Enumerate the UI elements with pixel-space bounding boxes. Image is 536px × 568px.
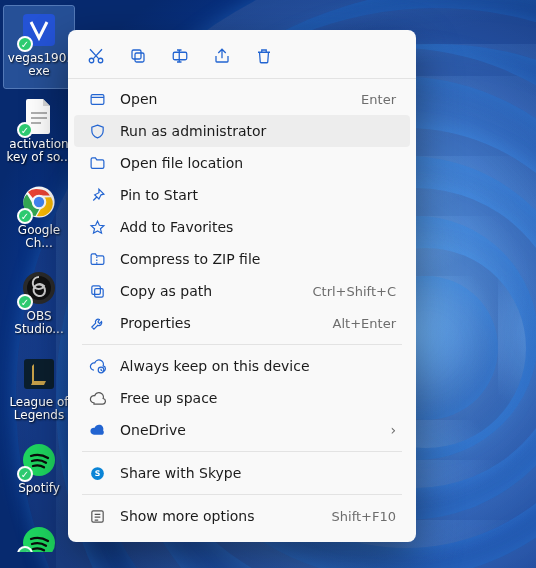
rename-icon[interactable] [170,46,190,66]
more-icon [88,507,106,525]
svg-point-12 [89,58,94,63]
menu-item-open-file-location[interactable]: Open file location [74,147,410,179]
desktop-icon-label: OBS Studio... [6,310,72,336]
desktop-icon[interactable]: ✓ Spotify [4,436,74,518]
folder-icon [88,154,106,172]
menu-item-onedrive[interactable]: OneDrive › [74,414,410,446]
menu-item-label: Run as administrator [120,123,396,139]
cloud-icon [88,421,106,439]
svg-point-5 [34,197,44,207]
menu-item-accel: Enter [361,92,396,107]
menu-item-label: Open [120,91,347,107]
desktop-icon[interactable]: ✓ Google Ch... [4,178,74,260]
open-icon [88,90,106,108]
copy-path-icon [88,282,106,300]
menu-item-free-up-space[interactable]: Free up space [74,382,410,414]
svg-point-13 [98,58,103,63]
context-menu-toolbar [68,36,416,79]
svg-rect-1 [31,112,47,114]
lol-icon [19,354,59,394]
desktop-icon-label: vegas190.exe [6,52,72,78]
svg-rect-3 [31,122,41,124]
chrome-icon: ✓ [19,182,59,222]
menu-item-label: Always keep on this device [120,358,396,374]
chevron-right-icon: › [390,422,396,438]
desktop-icon[interactable]: ✓ activation key of so... [4,92,74,174]
menu-item-properties[interactable]: Properties Alt+Enter [74,307,410,339]
desktop-icon-label: League of Legends [6,396,72,422]
cloud-free-icon [88,389,106,407]
menu-item-label: Show more options [120,508,318,524]
sync-badge-icon: ✓ [17,208,33,224]
menu-item-label: Pin to Start [120,187,396,203]
desktop-icon[interactable]: ✓ vegas190.exe [4,6,74,88]
menu-item-label: Open file location [120,155,396,171]
sync-badge-icon: ✓ [17,466,33,482]
svg-rect-14 [135,53,144,62]
svg-rect-15 [132,50,141,59]
svg-rect-17 [91,94,104,104]
menu-item-add-favorites[interactable]: Add to Favorites [74,211,410,243]
desktop-icon-label: activation key of so... [6,138,72,164]
cut-icon[interactable] [86,46,106,66]
menu-item-label: Copy as path [120,283,298,299]
menu-item-label: Free up space [120,390,396,406]
obs-icon: ✓ [19,268,59,308]
svg-rect-19 [94,288,103,297]
menu-item-accel: Ctrl+Shift+C [312,284,396,299]
sync-badge-icon: ✓ [17,36,33,52]
desktop-icon-label: Spotify [18,482,60,495]
copy-icon[interactable] [128,46,148,66]
menu-item-compress-zip[interactable]: Compress to ZIP file [74,243,410,275]
menu-item-open[interactable]: Open Enter [74,83,410,115]
svg-text:S: S [94,469,100,478]
share-icon[interactable] [212,46,232,66]
menu-separator [82,494,402,495]
star-icon [88,218,106,236]
delete-icon[interactable] [254,46,274,66]
menu-item-copy-as-path[interactable]: Copy as path Ctrl+Shift+C [74,275,410,307]
menu-item-pin-to-start[interactable]: Pin to Start [74,179,410,211]
spotify-icon: ✓ [19,440,59,480]
menu-item-label: Share with Skype [120,465,396,481]
doc-icon: ✓ [19,96,59,136]
shield-icon [88,122,106,140]
desktop-icon[interactable]: ✓ OBS Studio... [4,264,74,346]
wrench-icon [88,314,106,332]
desktop-icon-column: ✓ vegas190.exe ✓ activation key of so...… [4,6,74,556]
menu-separator [82,344,402,345]
spotify-icon: ✓ [19,526,59,552]
menu-item-label: Properties [120,315,319,331]
context-menu-list: Open Enter Run as administrator Open fil… [68,79,416,536]
menu-item-accel: Alt+Enter [333,316,396,331]
menu-item-always-keep[interactable]: Always keep on this device [74,350,410,382]
vegas-icon: ✓ [19,10,59,50]
menu-item-label: Add to Favorites [120,219,396,235]
svg-rect-18 [91,285,100,294]
desktop-icon[interactable]: ✓ [4,522,74,552]
menu-item-label: OneDrive [120,422,376,438]
desktop-icon[interactable]: League of Legends [4,350,74,432]
menu-item-label: Compress to ZIP file [120,251,396,267]
menu-item-share-skype[interactable]: S Share with Skype [74,457,410,489]
sync-badge-icon: ✓ [17,294,33,310]
menu-item-accel: Shift+F10 [332,509,396,524]
pin-icon [88,186,106,204]
svg-rect-16 [173,52,187,60]
svg-rect-2 [31,117,47,119]
sync-badge-icon: ✓ [17,122,33,138]
menu-item-run-as-admin[interactable]: Run as administrator [74,115,410,147]
menu-separator [82,451,402,452]
cloud-keep-icon [88,357,106,375]
zip-icon [88,250,106,268]
menu-item-show-more-options[interactable]: Show more options Shift+F10 [74,500,410,532]
context-menu: Open Enter Run as administrator Open fil… [68,30,416,542]
desktop-icon-label: Google Ch... [6,224,72,250]
skype-icon: S [88,464,106,482]
